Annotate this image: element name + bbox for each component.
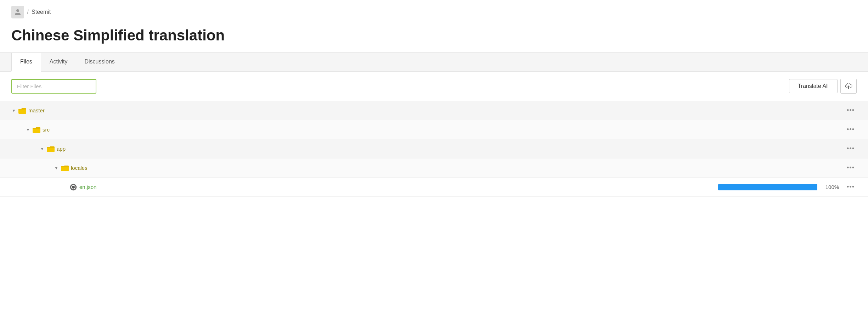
chevron-app[interactable]: ▼ (40, 146, 45, 151)
svg-rect-0 (18, 109, 26, 114)
row-left-src: ▼ src (26, 127, 845, 133)
svg-rect-2 (47, 147, 55, 152)
breadcrumb-project[interactable]: Steemit (32, 9, 51, 15)
folder-name-master[interactable]: master (28, 107, 45, 113)
progress-label-en-json: 100% (823, 184, 839, 190)
more-button-app[interactable]: ••• (845, 144, 857, 153)
tabs-container: Files Activity Discussions (0, 52, 868, 72)
toolbar-right: Translate All (789, 79, 857, 94)
row-right-en-json: 100% ••• (718, 183, 857, 191)
chevron-master[interactable]: ▼ (11, 108, 16, 113)
tree-row-en-json: en.json 100% ••• (0, 178, 868, 197)
folder-name-app[interactable]: app (57, 146, 66, 152)
more-button-src[interactable]: ••• (845, 125, 857, 134)
more-button-locales[interactable]: ••• (845, 163, 857, 172)
toolbar: Translate All (0, 72, 868, 101)
chevron-src[interactable]: ▼ (26, 127, 30, 132)
progress-bar-en-json (718, 184, 817, 190)
breadcrumb: / Steemit (0, 0, 868, 24)
chevron-locales[interactable]: ▼ (54, 166, 59, 171)
row-left-app: ▼ app (40, 146, 845, 152)
translate-all-button[interactable]: Translate All (789, 79, 838, 93)
progress-bar-fill-en-json (718, 184, 817, 190)
row-left-en-json: en.json (69, 183, 718, 191)
tree-row-app: ▼ app ••• (0, 139, 868, 158)
folder-icon-app (47, 146, 55, 152)
svg-rect-3 (61, 166, 69, 171)
svg-point-6 (72, 186, 75, 189)
breadcrumb-separator: / (27, 9, 29, 16)
tree-row-src: ▼ src ••• (0, 120, 868, 139)
file-icon-en-json (69, 183, 77, 191)
folder-icon-src (33, 127, 40, 133)
row-left-locales: ▼ locales (54, 165, 845, 171)
file-tree: ▼ master ••• ▼ src (0, 101, 868, 197)
file-name-en-json[interactable]: en.json (79, 184, 96, 190)
tab-files[interactable]: Files (11, 53, 41, 72)
page-title: Chinese Simplified translation (0, 24, 868, 52)
tree-row-master: ▼ master ••• (0, 101, 868, 120)
cloud-upload-icon (845, 83, 852, 90)
row-right-app: ••• (845, 144, 857, 153)
tab-activity[interactable]: Activity (41, 53, 76, 72)
user-avatar[interactable] (11, 6, 24, 18)
filter-input[interactable] (11, 79, 96, 94)
more-button-master[interactable]: ••• (845, 106, 857, 115)
folder-icon-locales (61, 165, 69, 171)
row-right-src: ••• (845, 125, 857, 134)
row-right-locales: ••• (845, 163, 857, 172)
row-left-master: ▼ master (11, 107, 845, 114)
more-button-en-json[interactable]: ••• (845, 183, 857, 191)
folder-name-src[interactable]: src (43, 127, 50, 133)
folder-icon-master (18, 107, 26, 114)
folder-name-locales[interactable]: locales (71, 165, 88, 171)
tab-discussions[interactable]: Discussions (76, 53, 123, 72)
tree-row-locales: ▼ locales ••• (0, 158, 868, 178)
svg-rect-1 (33, 128, 40, 133)
user-icon (14, 9, 21, 16)
row-right-master: ••• (845, 106, 857, 115)
upload-button[interactable] (840, 79, 857, 94)
